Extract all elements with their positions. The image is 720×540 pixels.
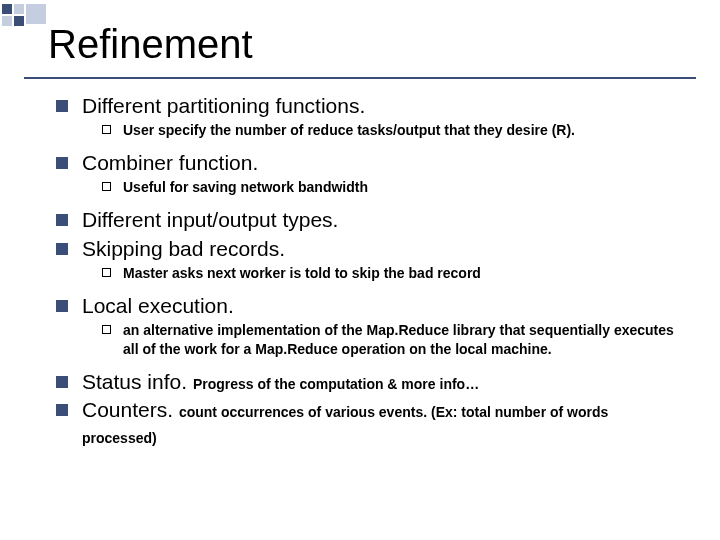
- square-bullet-icon: [56, 376, 68, 388]
- slide-content: Different partitioning functions. User s…: [0, 79, 720, 449]
- item-text: Different input/output types.: [82, 207, 338, 233]
- item-text: Counters. count occurrences of various e…: [82, 397, 684, 450]
- list-item: Counters. count occurrences of various e…: [56, 397, 684, 450]
- square-bullet-icon: [56, 100, 68, 112]
- list-item: Different partitioning functions.: [56, 93, 684, 119]
- hollow-square-bullet-icon: [102, 268, 111, 277]
- item-main-text: Counters.: [82, 398, 173, 421]
- sub-item-text: Useful for saving network bandwidth: [123, 178, 368, 197]
- list-item: Local execution.: [56, 293, 684, 319]
- item-text: Different partitioning functions.: [82, 93, 365, 119]
- square-bullet-icon: [56, 300, 68, 312]
- item-text: Combiner function.: [82, 150, 258, 176]
- slide-title: Refinement: [0, 0, 720, 77]
- sub-item-text: an alternative implementation of the Map…: [123, 321, 684, 359]
- sub-list-item: Master asks next worker is told to skip …: [102, 264, 684, 283]
- sub-list-item: an alternative implementation of the Map…: [102, 321, 684, 359]
- square-bullet-icon: [56, 157, 68, 169]
- item-main-text: Status info.: [82, 370, 187, 393]
- hollow-square-bullet-icon: [102, 325, 111, 334]
- hollow-square-bullet-icon: [102, 182, 111, 191]
- item-text: Skipping bad records.: [82, 236, 285, 262]
- item-text: Status info. Progress of the computation…: [82, 369, 479, 395]
- corner-decoration: [2, 4, 46, 26]
- list-item: Combiner function.: [56, 150, 684, 176]
- square-bullet-icon: [56, 243, 68, 255]
- sub-item-text: Master asks next worker is told to skip …: [123, 264, 481, 283]
- sub-list-item: User specify the number of reduce tasks/…: [102, 121, 684, 140]
- list-item: Different input/output types.: [56, 207, 684, 233]
- item-inline-desc: Progress of the computation & more info…: [193, 376, 479, 392]
- list-item: Status info. Progress of the computation…: [56, 369, 684, 395]
- list-item: Skipping bad records.: [56, 236, 684, 262]
- item-text: Local execution.: [82, 293, 234, 319]
- hollow-square-bullet-icon: [102, 125, 111, 134]
- sub-item-text: User specify the number of reduce tasks/…: [123, 121, 575, 140]
- square-bullet-icon: [56, 214, 68, 226]
- sub-list-item: Useful for saving network bandwidth: [102, 178, 684, 197]
- square-bullet-icon: [56, 404, 68, 416]
